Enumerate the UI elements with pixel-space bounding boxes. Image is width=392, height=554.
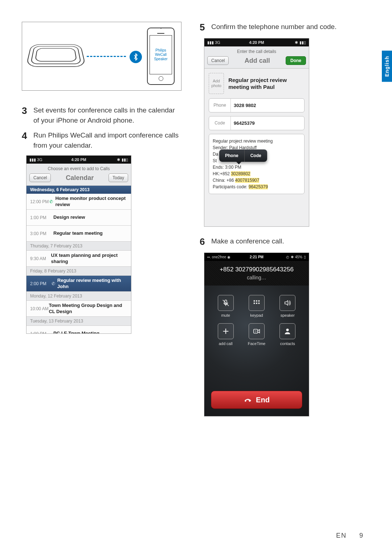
step-4: 4 Run Philips WeCall and import conferen… [22,130,181,150]
event-title: Design review [53,214,85,221]
day-header: Tuesday, 13 February 2013 [26,317,131,326]
header-title: Add call [245,57,270,65]
step-number: 3 [22,105,33,125]
step-text: Confirm the telephone number and code. [211,22,336,33]
signal-icon: ▮▮▮ 3G [29,157,42,162]
facetime-icon: ? [249,323,265,339]
parse-line: Participants code: 96425379 [213,184,301,190]
highlighted-number: 96425379 [249,184,268,189]
contacts-button[interactable]: contacts [275,323,300,346]
parse-line: HK:+852 30289802 [213,171,301,177]
contacts-icon [279,323,295,339]
calendar-event-row[interactable]: 12:00 PM✆Home monitor product concept re… [26,194,131,210]
battery-icon: ▮▮▯ [122,157,128,162]
phone-input-row[interactable]: Phone 3028 9802 [209,98,305,112]
popover-code-button[interactable]: Code [245,149,267,162]
end-label: End [256,396,270,404]
event-title: Home monitor product concept review [55,196,127,208]
language-tab: English [382,51,392,82]
calendar-list[interactable]: Wednesday, 6 February 201312:00 PM✆Home … [26,186,131,334]
calendar-event-row[interactable]: 2:00 PM✆Regular review meeting with John [26,276,131,292]
plus-icon [218,323,234,339]
event-title: Regular review meeting with John [57,278,127,290]
hangup-icon [244,395,252,404]
calendar-event-row[interactable]: 9:30 AMUX team planning and project shar… [26,251,131,267]
add-photo-button[interactable]: Add photo [209,73,224,94]
event-title: UX team planning and project sharing [51,253,127,265]
popover-phone-button[interactable]: Phone [219,149,245,162]
parse-line: Regular project review meeting [213,138,301,144]
svg-point-8 [286,329,289,331]
bluetooth-icon: ✱ [295,40,298,45]
event-title: PC I.E Town Meeting [53,331,99,334]
event-title: Regular project review meeting with Paul [228,77,305,91]
end-call-button[interactable]: End [211,391,302,409]
pairing-diagram: Philips WeCall Speaker [22,22,181,91]
carrier-label: ▪▪. one2free ◉ [207,255,230,259]
page-footer: EN 9 [336,532,363,539]
today-button[interactable]: Today [109,173,128,182]
addcall-phone-mockup: ▮▮▮ 3G 4:20 PM ✱▮▮▯ Enter the call detai… [204,38,309,227]
step-6: 6 Make a conference call. [200,236,359,247]
svg-rect-3 [254,303,255,304]
selection-popover: Phone Code [219,149,267,162]
keypad-button[interactable]: keypad [244,295,269,317]
calendar-event-row[interactable]: 3:00 PMRegular team meeting [26,226,131,242]
phone-screen-label: Philips WeCall Speaker [150,35,172,74]
home-button-illustration [159,76,163,81]
phone-icon: ✆ [52,281,55,286]
calendar-event-row[interactable]: 1:00 PMDesign review [26,210,131,226]
step-number: 6 [200,236,211,247]
bluetooth-icon [130,51,142,63]
event-time: 10:00 AM [30,306,49,311]
bluetooth-icon: ✱ [117,157,120,162]
svg-text:?: ? [254,330,256,333]
mute-button[interactable]: mute [213,295,238,317]
field-value: 3028 9802 [231,99,259,112]
left-column: Philips WeCall Speaker 3 Set events for … [22,22,181,416]
facetime-button[interactable]: ? FaceTime [244,323,269,346]
day-header: Friday, 8 February 2013 [26,267,131,276]
addcall-button[interactable]: add call [213,323,238,346]
day-header: Monday, 12 February 2013 [26,292,131,301]
speaker-button[interactable]: speaker [275,295,300,317]
field-label: Phone [209,99,231,112]
svg-rect-1 [256,300,257,302]
field-value: 96425379 [231,116,258,130]
phone-illustration: Philips WeCall Speaker [147,28,175,85]
cancel-button[interactable]: Cancel [29,173,51,182]
step-number: 5 [200,22,211,33]
event-time: 3:00 PM [30,231,53,236]
parse-line: China: +86 4007815907 [213,177,301,184]
lang-code: EN [336,532,347,539]
event-title: Town Meeting Group Design and CL Design [49,303,127,315]
phone-icon: ✆ [49,199,53,204]
svg-rect-0 [254,300,255,302]
field-label: Code [209,116,231,130]
battery-icon: ▮▮▯ [299,40,306,45]
keypad-icon [249,295,265,311]
bluetooth-icon: ✱ [291,255,294,259]
pairing-dashed-line [87,56,126,57]
calling-phone-mockup: ▪▪. one2free ◉ 2:21 PM ◴ ✱ 45%▯ +852 302… [204,253,309,416]
header-title: Calendar [66,174,94,182]
code-input-row[interactable]: Code 96425379 [209,116,305,130]
event-time: 12:00 PM [30,199,49,204]
page-number: 9 [359,532,363,539]
svg-rect-5 [258,303,260,304]
parse-line: Ends: 3:00 PM [213,164,301,171]
alarm-icon: ◴ [286,255,289,259]
header-subtitle: Choose an event to add to Calls [29,166,128,173]
calendar-event-row[interactable]: 10:00 AMTown Meeting Group Design and CL… [26,301,131,317]
done-button[interactable]: Done [286,56,306,65]
calendar-event-row[interactable]: 1:00 PMPC I.E Town Meeting [26,326,131,334]
text: Run [33,131,48,139]
battery-icon: ▯ [304,255,306,259]
right-column: 5 Confirm the telephone number and code.… [200,22,359,416]
dialed-number: +852 30279902985643256 [204,266,309,273]
step-text: Set events for conference calls in the c… [33,105,181,125]
mute-icon [218,295,234,311]
cancel-button[interactable]: Cancel [207,56,229,65]
parsed-text-box: Regular project review meeting Sender: P… [209,134,305,194]
highlighted-number: 30289802 [231,171,250,176]
